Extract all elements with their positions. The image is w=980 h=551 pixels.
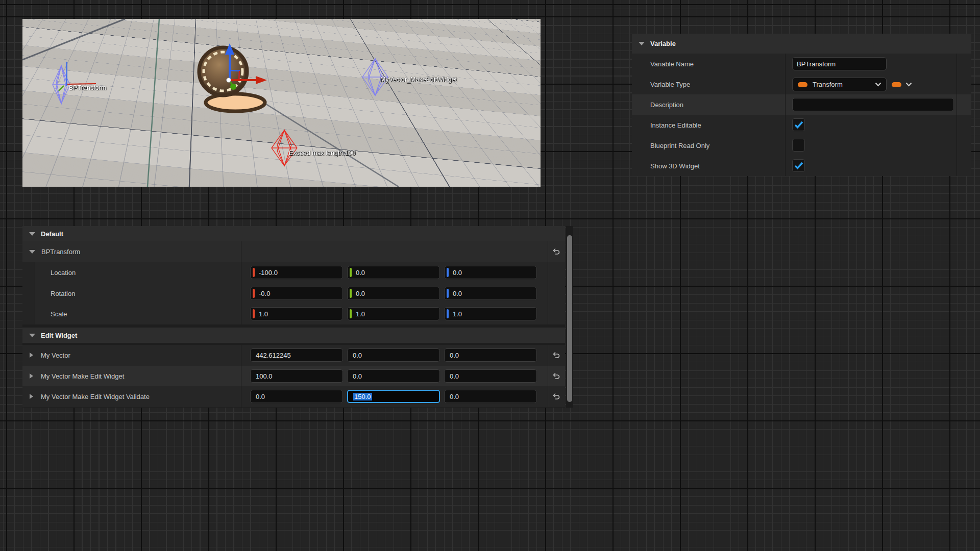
instance-editable-checkbox[interactable]	[792, 118, 805, 131]
mvmew-z-input[interactable]: 0.0	[444, 369, 537, 383]
container-type-dropdown[interactable]	[892, 78, 912, 91]
location-row: Location -100.0 0.0 0.0	[22, 262, 565, 284]
actor-label: Exceed max length:100	[289, 149, 356, 157]
selected-text: 150.0	[353, 393, 372, 400]
row-label: Scale	[51, 304, 67, 324]
variable-section-header[interactable]: Variable	[632, 34, 971, 54]
reset-to-default-button[interactable]	[550, 391, 561, 402]
my-vector-y-input[interactable]: 0.0	[347, 348, 440, 362]
reset-arrow-icon	[552, 393, 560, 400]
my-vector-row: My Vector 442.612245 0.0 0.0	[22, 345, 565, 366]
row-label: Rotation	[51, 283, 75, 304]
section-title: Edit Widget	[41, 332, 77, 339]
collapse-arrow-icon[interactable]	[639, 42, 645, 45]
description-input[interactable]	[792, 98, 954, 111]
expand-arrow-icon[interactable]	[30, 394, 33, 399]
mvmewv-y-input-focused[interactable]: 150.0	[347, 390, 440, 403]
row-label: Variable Name	[650, 54, 694, 74]
blueprint-read-only-row: Blueprint Read Only	[632, 135, 971, 156]
indent-strip	[22, 304, 35, 324]
column-divider	[548, 241, 548, 324]
edit-widget-section-header[interactable]: Edit Widget	[22, 328, 565, 343]
location-x-input[interactable]: -100.0	[250, 266, 343, 279]
column-divider	[241, 241, 241, 324]
transform-pin-icon	[798, 82, 807, 87]
scale-x-input[interactable]: 1.0	[250, 307, 343, 320]
rotation-y-input[interactable]: 0.0	[347, 287, 440, 300]
section-title: Default	[41, 230, 63, 238]
row-label: Blueprint Read Only	[650, 135, 709, 156]
actor-exceed-widget[interactable]	[272, 130, 297, 166]
grid-axis-line-teal	[148, 19, 159, 187]
expand-arrow-icon[interactable]	[30, 353, 33, 358]
my-vector-make-edit-widget-row: My Vector Make Edit Widget 100.0 0.0 0.0	[22, 366, 565, 387]
actor-label: BPTransform	[69, 84, 106, 91]
variable-name-row: Variable Name BPTransform	[632, 54, 971, 74]
indent-strip	[22, 283, 35, 304]
indent-strip	[22, 262, 35, 283]
variable-type-dropdown[interactable]: Transform	[792, 78, 887, 91]
show-3d-widget-row: Show 3D Widget	[632, 156, 971, 176]
scrollbar-thumb[interactable]	[567, 235, 572, 402]
mvmewv-z-input[interactable]: 0.0	[444, 390, 537, 403]
details-scrollbar[interactable]	[566, 226, 573, 408]
actor-label: MyVector_MakeEditWidget	[380, 76, 457, 83]
reset-to-default-button[interactable]	[550, 349, 561, 361]
3d-preview-viewport[interactable]: BPTransform MyVector_MakeEditWidget Exce…	[22, 19, 541, 187]
location-y-input[interactable]: 0.0	[347, 266, 440, 279]
variable-name-input[interactable]: BPTransform	[792, 57, 887, 70]
variable-details-panel: Variable Variable Name BPTransform Varia…	[632, 34, 971, 176]
scale-row: Scale 1.0 1.0 1.0	[22, 304, 565, 325]
variable-type-row: Variable Type Transform	[632, 74, 971, 95]
show-3d-widget-checkbox[interactable]	[792, 159, 805, 172]
reset-to-default-button[interactable]	[550, 370, 561, 382]
reset-to-default-button[interactable]	[550, 246, 561, 257]
expand-arrow-icon[interactable]	[30, 373, 33, 379]
column-divider	[548, 345, 548, 408]
rotation-row: Rotation -0.0 0.0 0.0	[22, 283, 565, 304]
mvmewv-x-input[interactable]: 0.0	[250, 390, 343, 403]
row-label: Instance Editable	[650, 115, 701, 135]
chevron-down-icon	[875, 82, 881, 87]
scale-z-input[interactable]: 1.0	[444, 307, 537, 320]
mvmew-x-input[interactable]: 100.0	[250, 369, 343, 383]
checkmark-icon	[794, 121, 803, 129]
column-divider	[957, 54, 957, 176]
column-divider	[785, 54, 786, 176]
row-label: Show 3D Widget	[650, 156, 700, 176]
scale-y-input[interactable]: 1.0	[347, 307, 440, 320]
collapse-arrow-icon[interactable]	[29, 250, 35, 254]
location-z-input[interactable]: 0.0	[444, 266, 537, 279]
grid-major-line	[22, 19, 125, 60]
my-vector-z-input[interactable]: 0.0	[444, 348, 537, 362]
row-label: My Vector Make Edit Widget	[41, 366, 124, 386]
reset-arrow-icon	[552, 372, 560, 380]
rotation-z-input[interactable]: 0.0	[444, 287, 537, 300]
description-row: Description	[632, 94, 971, 115]
collapse-arrow-icon[interactable]	[29, 334, 35, 337]
checkmark-icon	[794, 162, 803, 169]
collapse-arrow-icon[interactable]	[29, 232, 35, 236]
my-vector-make-edit-widget-validate-row: My Vector Make Edit Widget Validate 0.0 …	[22, 386, 565, 407]
my-vector-x-input[interactable]: 442.612245	[250, 348, 343, 362]
bptransform-group-row[interactable]: BPTransform	[22, 241, 565, 263]
section-title: Variable	[650, 40, 676, 47]
row-label: Location	[51, 262, 76, 283]
mvmew-y-input[interactable]: 0.0	[347, 369, 440, 383]
row-label: Variable Type	[650, 74, 690, 94]
row-label: My Vector Make Edit Widget Validate	[41, 386, 150, 407]
rotation-x-input[interactable]: -0.0	[250, 287, 343, 300]
blueprint-read-only-checkbox[interactable]	[792, 139, 805, 152]
reset-arrow-icon	[552, 352, 560, 359]
chevron-down-icon	[905, 82, 912, 87]
blueprint-editor: BPTransform MyVector_MakeEditWidget Exce…	[0, 0, 980, 551]
class-defaults-panel: Default BPTransform Location -100.0 0.0 …	[22, 226, 565, 408]
default-section-header[interactable]: Default	[22, 226, 565, 241]
row-label: Description	[650, 94, 683, 115]
viewport-scene	[22, 19, 541, 187]
grid-major-line	[260, 101, 399, 187]
row-label: BPTransform	[41, 241, 80, 262]
container-type-pin-icon	[892, 82, 901, 87]
column-divider	[241, 345, 241, 408]
reset-arrow-icon	[552, 248, 560, 256]
